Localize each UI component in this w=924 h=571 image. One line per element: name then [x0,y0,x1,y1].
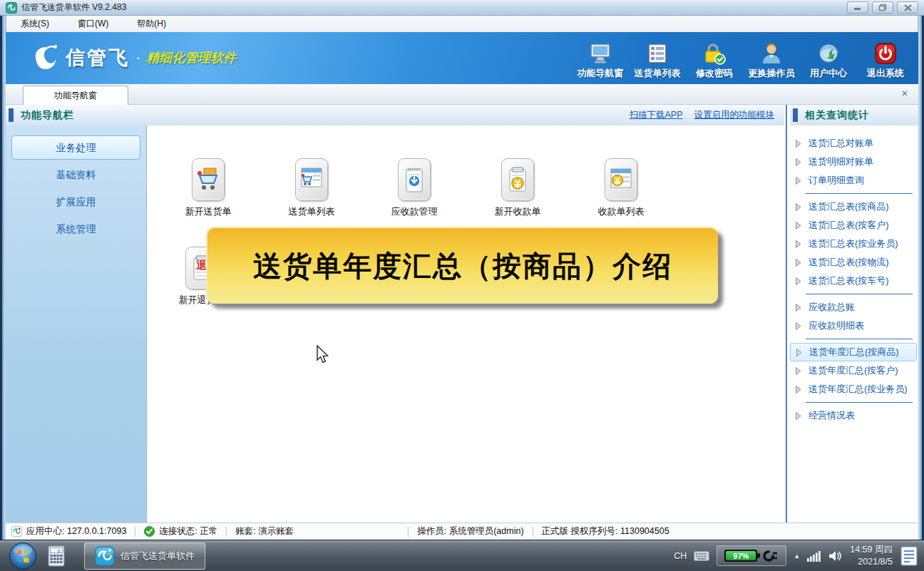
notepad-coin-icon [501,158,534,201]
triangle-icon [796,177,801,185]
shortcut-new-receipt[interactable]: 新开收款单 [483,158,552,218]
main-content: 新开送货单 送货单列表 [147,125,784,523]
shortcut-label: 新开送货单 [185,205,232,218]
query-item[interactable]: 应收款总账 [790,298,918,317]
calculator-icon[interactable]: 0 [47,545,66,567]
triangle-icon [796,259,801,267]
query-panel: 送货汇总对账单 送货明细对账单 订单明细查询 送货汇总表(按商品) 送货汇总表(… [790,125,918,523]
menu-system[interactable]: 系统(S) [16,16,53,32]
brand-mark-icon [29,42,60,73]
triangle-icon [796,240,801,248]
divider [806,294,913,294]
toolbar-label: 更换操作员 [749,67,795,80]
taskbar-app-button[interactable]: 信管飞送货单软件 [84,542,205,570]
menu-help[interactable]: 帮助(H) [133,16,170,32]
sidebar-item-business[interactable]: 业务处理 [11,135,140,160]
battery-panel[interactable]: 97% [717,545,786,566]
toolbar-label: 退出系统 [867,67,904,80]
toolbar-user-center-button[interactable]: 用户中心 [800,36,857,81]
query-item-selected[interactable]: 送货年度汇总(按商品) [790,343,917,361]
window-right-border [918,16,924,540]
toolbar-label: 送货单列表 [635,67,681,80]
user-icon [760,39,783,65]
restore-button[interactable] [872,1,893,14]
brand-name: 信管飞 [66,45,130,71]
brand-separator: · [135,48,140,67]
shortcut-delivery-list[interactable]: 送货单列表 [277,158,346,218]
triangle-icon [796,203,801,211]
separator [226,527,227,537]
app-logo-icon [6,2,17,14]
query-item[interactable]: 送货汇总表(按业务员) [790,235,918,253]
sidebar-item-basic-data[interactable]: 基础资料 [11,161,140,188]
toolbar-delivery-list-button[interactable]: 送货单列表 [629,36,686,81]
toolbar-label: 用户中心 [810,67,847,80]
menu-window[interactable]: 窗口(W) [73,16,113,32]
start-button[interactable] [9,542,37,570]
keyboard-icon[interactable] [694,551,709,561]
brand-logo: 信管飞 · 精细化管理软件 [29,42,236,73]
menu-bar: 系统(S) 窗口(W) 帮助(H) [6,16,918,32]
shortcut-label: 应收款管理 [391,205,438,218]
divider [806,193,913,194]
query-item[interactable]: 送货汇总表(按客户) [790,216,918,235]
tab-close-icon[interactable]: × [898,87,911,100]
header-toolbar: 功能导航窗 送货单列表 [572,36,914,81]
brand-tagline: 精细化管理软件 [146,49,236,66]
taskbar-app-label: 信管飞送货单软件 [120,550,195,562]
query-item[interactable]: 送货明细对账单 [790,153,918,171]
query-item[interactable]: 送货年度汇总(按客户) [790,361,918,380]
minimize-button[interactable] [847,1,868,14]
accent-square [9,108,14,122]
shortcut-label: 送货单列表 [289,205,335,218]
tray-expand-icon[interactable]: ▲ [794,552,800,560]
query-item[interactable]: 订单明细查询 [790,171,918,190]
list-icon [646,39,669,65]
query-item[interactable]: 应收款明细表 [790,317,918,335]
module-settings-link[interactable]: 设置启用的功能模块 [694,109,775,121]
status-license: 正式版 授权序列号: 1130904505 [542,525,669,537]
power-icon [874,39,897,65]
connection-ok-icon [144,526,155,537]
intro-banner: 送货单年度汇总（按商品）介绍 [206,227,718,304]
left-panel-header: 功能导航栏 扫描下载APP 设置启用的功能模块 [6,105,784,125]
divider [806,402,913,403]
cart-icon [192,158,225,201]
triangle-icon [796,322,801,330]
download-app-link[interactable]: 扫描下载APP [629,109,682,121]
shortcut-receivables[interactable]: 应收款管理 [380,158,448,218]
query-item[interactable]: 送货汇总表(按商品) [790,197,918,216]
globe-icon [817,39,840,65]
sidebar-item-extensions[interactable]: 扩展应用 [11,188,140,215]
query-item[interactable]: 送货汇总表(按车号) [790,272,918,290]
shortcut-label: 新开收款单 [495,205,541,218]
taskbar-clock[interactable]: 14:59 周四 2021/8/5 [850,544,893,568]
network-signal-icon[interactable] [807,550,821,562]
clock-date: 2021/8/5 [850,556,893,568]
ime-indicator[interactable]: CH [674,551,687,561]
shortcut-new-delivery[interactable]: 新开送货单 [174,158,242,218]
shortcut-receipt-list[interactable]: 收款单列表 [587,158,655,218]
query-item[interactable]: 送货年度汇总(按业务员) [790,380,918,398]
toolbar-change-password-button[interactable]: 修改密码 [686,36,743,81]
banner-text: 送货单年度汇总（按商品）介绍 [253,247,672,286]
toolbar-label: 修改密码 [696,67,733,80]
notepad-download-icon [398,158,431,201]
query-item[interactable]: 送货汇总对账单 [790,134,918,153]
separator [135,527,135,537]
tab-nav-window[interactable]: 功能导航窗 [23,86,128,105]
query-item[interactable]: 经营情况表 [790,406,918,425]
toolbar-label: 功能导航窗 [578,67,624,80]
close-button[interactable] [897,1,918,14]
speaker-icon[interactable] [828,550,843,562]
right-panel-header: 相关查询统计 [790,105,918,125]
toolbar-switch-operator-button[interactable]: 更换操作员 [743,36,800,81]
toolbar-nav-window-button[interactable]: 功能导航窗 [572,36,629,81]
toolbar-exit-button[interactable]: 退出系统 [857,36,914,81]
sidebar-item-system[interactable]: 系统管理 [11,215,140,242]
power-plug-icon [763,550,779,562]
query-item[interactable]: 送货汇总表(按物流) [790,253,918,272]
right-panel-title: 相关查询统计 [805,109,869,122]
ime-panel-icon[interactable] [900,545,918,567]
window-title: 信管飞送货单软件 V9.2.483 [21,1,126,14]
